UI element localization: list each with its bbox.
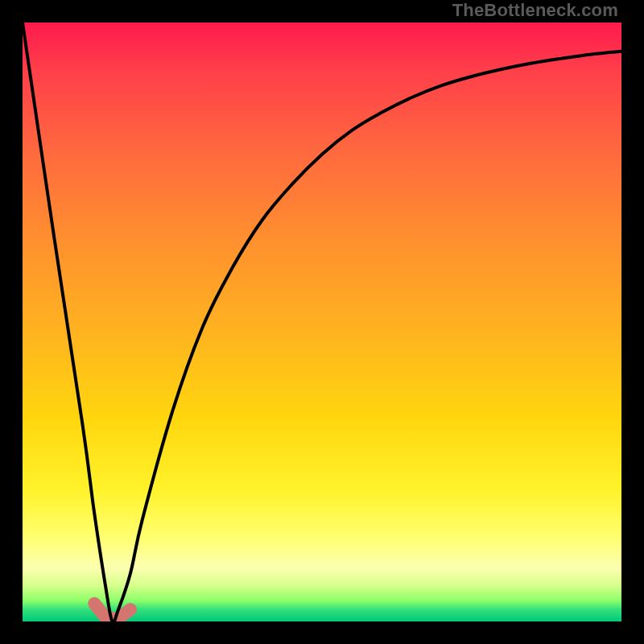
watermark-text: TheBottleneck.com xyxy=(452,0,618,21)
curve-layer xyxy=(23,23,621,621)
plot-area xyxy=(23,23,621,621)
optimum-marker xyxy=(94,604,130,619)
bottleneck-curve xyxy=(23,23,621,621)
chart-frame: TheBottleneck.com xyxy=(0,0,644,644)
